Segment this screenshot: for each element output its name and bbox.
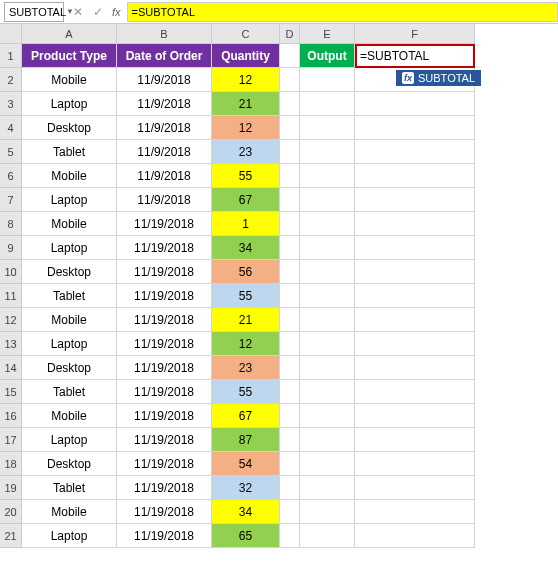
cell[interactable]: [355, 356, 475, 380]
cell-quantity[interactable]: 55: [212, 380, 280, 404]
cell-quantity[interactable]: 12: [212, 332, 280, 356]
cell[interactable]: [300, 308, 355, 332]
name-box[interactable]: SUBTOTAL ▼: [4, 2, 64, 22]
row-header[interactable]: 9: [0, 236, 22, 260]
row-header[interactable]: 2: [0, 68, 22, 92]
cell-quantity[interactable]: 55: [212, 164, 280, 188]
cell[interactable]: [300, 380, 355, 404]
cell-quantity[interactable]: 67: [212, 188, 280, 212]
cell-quantity[interactable]: 67: [212, 404, 280, 428]
cell-quantity[interactable]: 23: [212, 140, 280, 164]
cell[interactable]: [300, 260, 355, 284]
cell-product[interactable]: Mobile: [22, 212, 117, 236]
cell-product[interactable]: Tablet: [22, 476, 117, 500]
cell-product[interactable]: Desktop: [22, 356, 117, 380]
cell-product[interactable]: Laptop: [22, 524, 117, 548]
header-date[interactable]: Date of Order: [117, 44, 212, 68]
cell-quantity[interactable]: 34: [212, 236, 280, 260]
cell[interactable]: [300, 332, 355, 356]
row-header[interactable]: 21: [0, 524, 22, 548]
cell[interactable]: [300, 212, 355, 236]
row-header[interactable]: 3: [0, 92, 22, 116]
row-header[interactable]: 15: [0, 380, 22, 404]
cell-quantity[interactable]: 32: [212, 476, 280, 500]
cell[interactable]: [355, 164, 475, 188]
cell[interactable]: [300, 92, 355, 116]
cell-product[interactable]: Mobile: [22, 404, 117, 428]
row-header[interactable]: 10: [0, 260, 22, 284]
row-header[interactable]: 17: [0, 428, 22, 452]
cell-product[interactable]: Mobile: [22, 68, 117, 92]
cell-quantity[interactable]: 1: [212, 212, 280, 236]
col-header-d[interactable]: D: [280, 24, 300, 44]
output-label[interactable]: Output: [300, 44, 355, 68]
cell-date[interactable]: 11/19/2018: [117, 404, 212, 428]
cell[interactable]: [280, 164, 300, 188]
cell-quantity[interactable]: 65: [212, 524, 280, 548]
cell-product[interactable]: Desktop: [22, 260, 117, 284]
cell[interactable]: [300, 404, 355, 428]
cell[interactable]: [300, 188, 355, 212]
row-header[interactable]: 6: [0, 164, 22, 188]
cell[interactable]: [280, 308, 300, 332]
cell[interactable]: [355, 308, 475, 332]
cell-product[interactable]: Tablet: [22, 284, 117, 308]
row-header[interactable]: 4: [0, 116, 22, 140]
header-quantity[interactable]: Quantity: [212, 44, 280, 68]
cell-date[interactable]: 11/19/2018: [117, 476, 212, 500]
cell-quantity[interactable]: 34: [212, 500, 280, 524]
cell-date[interactable]: 11/9/2018: [117, 188, 212, 212]
cell[interactable]: [355, 476, 475, 500]
cell[interactable]: [355, 404, 475, 428]
cell[interactable]: [355, 380, 475, 404]
cell-product[interactable]: Laptop: [22, 332, 117, 356]
cell-date[interactable]: 11/19/2018: [117, 236, 212, 260]
cell[interactable]: [300, 428, 355, 452]
cell[interactable]: [300, 140, 355, 164]
cell[interactable]: [280, 500, 300, 524]
cell-date[interactable]: 11/19/2018: [117, 260, 212, 284]
cell[interactable]: [355, 212, 475, 236]
cell[interactable]: [355, 188, 475, 212]
cell[interactable]: [280, 428, 300, 452]
cell[interactable]: [300, 116, 355, 140]
cell-product[interactable]: Mobile: [22, 308, 117, 332]
cell-date[interactable]: 11/9/2018: [117, 116, 212, 140]
cell-date[interactable]: 11/19/2018: [117, 428, 212, 452]
cell-date[interactable]: 11/19/2018: [117, 356, 212, 380]
cell[interactable]: [355, 452, 475, 476]
cell-quantity[interactable]: 55: [212, 284, 280, 308]
cell-date[interactable]: 11/19/2018: [117, 284, 212, 308]
cell-product[interactable]: Tablet: [22, 140, 117, 164]
confirm-button[interactable]: ✓: [88, 5, 108, 19]
row-header[interactable]: 16: [0, 404, 22, 428]
cell[interactable]: [280, 92, 300, 116]
cell[interactable]: [300, 452, 355, 476]
cell[interactable]: [300, 68, 355, 92]
col-header-c[interactable]: C: [212, 24, 280, 44]
row-header[interactable]: 5: [0, 140, 22, 164]
cell-date[interactable]: 11/19/2018: [117, 332, 212, 356]
col-header-e[interactable]: E: [300, 24, 355, 44]
cell[interactable]: [300, 524, 355, 548]
cell[interactable]: [280, 212, 300, 236]
formula-tooltip[interactable]: fx SUBTOTAL: [396, 70, 481, 86]
cell[interactable]: [280, 524, 300, 548]
cell[interactable]: [355, 284, 475, 308]
select-all-corner[interactable]: [0, 24, 22, 44]
cell-product[interactable]: Mobile: [22, 164, 117, 188]
cell-product[interactable]: Laptop: [22, 236, 117, 260]
row-header[interactable]: 20: [0, 500, 22, 524]
row-header[interactable]: 14: [0, 356, 22, 380]
cell[interactable]: [355, 428, 475, 452]
cell[interactable]: [280, 452, 300, 476]
cell[interactable]: [280, 260, 300, 284]
cell[interactable]: [280, 44, 300, 68]
cell[interactable]: [355, 332, 475, 356]
cell-product[interactable]: Laptop: [22, 188, 117, 212]
col-header-b[interactable]: B: [117, 24, 212, 44]
cell-date[interactable]: 11/19/2018: [117, 500, 212, 524]
cell-product[interactable]: Laptop: [22, 92, 117, 116]
cell[interactable]: [300, 356, 355, 380]
row-header[interactable]: 8: [0, 212, 22, 236]
